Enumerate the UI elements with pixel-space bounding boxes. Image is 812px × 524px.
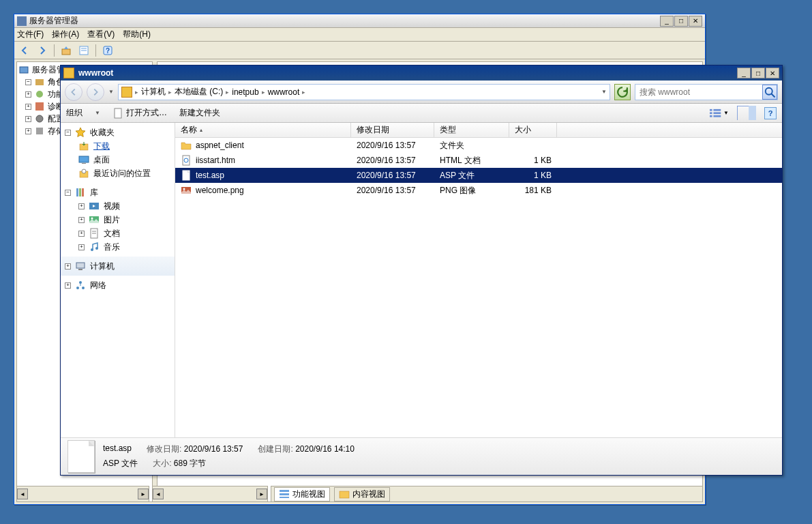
expand-icon[interactable]: + — [25, 104, 31, 110]
expand-icon[interactable]: + — [25, 128, 31, 134]
help-button[interactable]: ? — [764, 107, 777, 119]
server-manager-titlebar[interactable]: 服务器管理器 _ □ ✕ — [14, 14, 705, 28]
svg-point-43 — [95, 247, 98, 250]
column-name[interactable]: 名称▴ — [175, 123, 351, 137]
scroll-right-button[interactable]: ► — [256, 489, 267, 499]
chevron-right-icon[interactable]: ▸ — [135, 89, 138, 96]
expand-icon[interactable]: + — [78, 244, 85, 250]
menu-view[interactable]: 查看(V) — [87, 29, 115, 40]
chevron-right-icon[interactable]: ▸ — [226, 89, 229, 96]
collapse-icon[interactable]: − — [65, 190, 71, 196]
chevron-right-icon[interactable]: ▸ — [262, 89, 265, 96]
details-type: ASP 文件 — [103, 458, 138, 469]
maximize-button[interactable]: □ — [674, 16, 688, 27]
sidebar-libraries-header[interactable]: − 库 — [65, 186, 170, 199]
chevron-down-icon[interactable]: ▼ — [601, 89, 607, 95]
scroll-left-button[interactable]: ◄ — [17, 489, 28, 499]
details-pane: test.asp 修改日期: 2020/9/16 13:57 创建日期: 202… — [61, 437, 782, 475]
expand-icon[interactable]: + — [78, 217, 85, 223]
open-with-button[interactable]: 打开方式… — [112, 107, 167, 119]
sidebar-item-desktop[interactable]: 桌面 — [65, 153, 170, 166]
toolbar-divider — [95, 44, 96, 57]
sidebar-item-videos[interactable]: + 视频 — [65, 199, 170, 213]
expand-icon[interactable]: + — [78, 231, 85, 237]
minimize-button[interactable]: _ — [737, 68, 751, 78]
properties-button[interactable] — [76, 44, 91, 57]
menu-file[interactable]: 文件(F) — [17, 29, 44, 40]
sidebar-network-header[interactable]: + 网络 — [65, 278, 170, 292]
sidebar-item-pictures[interactable]: + 图片 — [65, 213, 170, 227]
help-button[interactable]: ? — [100, 44, 115, 57]
nav-back-button[interactable] — [17, 44, 32, 57]
expand-icon[interactable]: + — [65, 282, 71, 289]
preview-pane-button[interactable] — [737, 106, 756, 120]
nav-back-button[interactable] — [65, 83, 82, 101]
folder-icon — [63, 68, 74, 78]
column-size[interactable]: 大小 — [509, 123, 557, 137]
chevron-right-icon[interactable]: ▸ — [302, 89, 305, 96]
explorer-sidebar[interactable]: − 收藏夹 下载 桌面 最近访问的位置 — [61, 123, 175, 437]
collapse-icon[interactable]: − — [25, 79, 31, 85]
sidebar-item-music[interactable]: + 音乐 — [65, 240, 170, 254]
close-button[interactable]: ✕ — [689, 16, 702, 27]
sidebar-item-documents[interactable]: + 文档 — [65, 227, 170, 240]
nav-forward-button[interactable] — [35, 44, 50, 57]
scroll-left-button[interactable]: ◄ — [153, 489, 164, 499]
tab-content-view[interactable]: 内容视图 — [334, 487, 390, 501]
breadcrumb-part[interactable]: 本地磁盘 (C:) — [175, 86, 223, 98]
recent-icon — [78, 168, 89, 179]
file-name: aspnet_client — [196, 141, 244, 150]
chevron-right-icon[interactable]: ▸ — [168, 89, 172, 96]
menu-action[interactable]: 操作(A) — [52, 29, 79, 40]
organize-button[interactable]: 组织 — [66, 107, 82, 119]
scrollbar[interactable]: ◄ ► — [17, 489, 149, 499]
expand-icon[interactable]: + — [65, 263, 71, 270]
expand-icon[interactable]: + — [78, 203, 85, 209]
refresh-button[interactable] — [614, 84, 631, 100]
file-size: 1 KB — [509, 156, 557, 165]
new-folder-button[interactable]: 新建文件夹 — [179, 107, 220, 119]
breadcrumb-part[interactable]: inetpub — [232, 87, 258, 97]
menu-help[interactable]: 帮助(H) — [123, 29, 151, 40]
server-manager-menubar: 文件(F) 操作(A) 查看(V) 帮助(H) — [14, 28, 705, 42]
download-icon — [78, 141, 89, 151]
search-button[interactable] — [762, 85, 777, 100]
file-row[interactable]: welcome.png2020/9/16 13:57PNG 图像181 KB — [175, 183, 782, 198]
svg-point-10 — [36, 115, 43, 122]
file-row[interactable]: test.asp2020/9/16 13:57ASP 文件1 KB — [175, 168, 782, 183]
breadcrumb[interactable]: ▸ 计算机 ▸ 本地磁盘 (C:) ▸ inetpub ▸ wwwroot ▸ … — [118, 84, 610, 100]
column-type[interactable]: 类型 — [434, 123, 509, 137]
sidebar-item-recent[interactable]: 最近访问的位置 — [65, 166, 170, 180]
file-list[interactable]: 名称▴ 修改日期 类型 大小 aspnet_client2020/9/16 13… — [175, 123, 782, 437]
breadcrumb-part[interactable]: wwwroot — [268, 87, 300, 97]
sidebar-item-downloads[interactable]: 下载 — [65, 139, 170, 153]
sidebar-computer-header[interactable]: + 计算机 — [65, 259, 170, 273]
search-input[interactable] — [635, 87, 762, 97]
collapse-icon[interactable]: − — [65, 130, 71, 136]
explorer-titlebar[interactable]: wwwroot _ □ ✕ — [61, 66, 782, 81]
expand-icon[interactable]: + — [25, 116, 31, 122]
nav-forward-button[interactable] — [87, 83, 104, 101]
close-button[interactable]: ✕ — [766, 68, 779, 78]
library-icon — [75, 187, 86, 198]
scroll-right-button[interactable]: ► — [138, 489, 149, 499]
view-options-button[interactable]: ▼ — [710, 106, 729, 120]
svg-rect-33 — [79, 188, 81, 196]
scrollbar[interactable]: ◄ ► — [153, 489, 267, 499]
svg-rect-19 — [710, 109, 712, 111]
details-size: 689 字节 — [174, 458, 206, 468]
history-dropdown-icon[interactable]: ▼ — [108, 89, 114, 95]
sidebar-favorites-header[interactable]: − 收藏夹 — [65, 126, 170, 139]
tab-features-view[interactable]: 功能视图 — [274, 487, 330, 501]
minimize-button[interactable]: _ — [660, 16, 674, 27]
breadcrumb-part[interactable]: 计算机 — [141, 86, 166, 98]
expand-icon[interactable]: + — [25, 91, 31, 98]
file-row[interactable]: iisstart.htm2020/9/16 13:57HTML 文档1 KB — [175, 153, 782, 168]
column-date[interactable]: 修改日期 — [351, 123, 434, 137]
file-row[interactable]: aspnet_client2020/9/16 13:57文件夹 — [175, 138, 782, 153]
search-box[interactable] — [635, 84, 778, 100]
folder-icon — [339, 489, 350, 499]
up-button[interactable] — [59, 44, 74, 57]
maximize-button[interactable]: □ — [751, 68, 765, 78]
list-icon — [279, 489, 290, 499]
